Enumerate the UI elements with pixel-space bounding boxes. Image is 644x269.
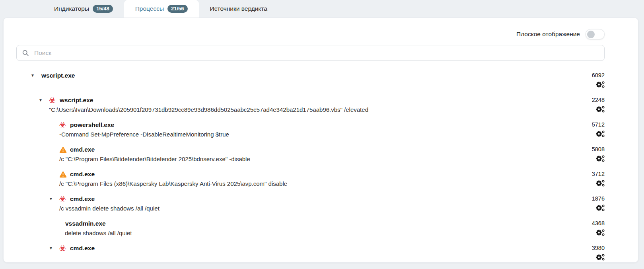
expand-collapse-icon[interactable]: ▼	[39, 98, 49, 102]
process-row-right: 3712	[576, 170, 605, 188]
process-cmdline	[41, 81, 576, 89]
search-input[interactable]	[33, 49, 599, 57]
search-box	[16, 45, 605, 61]
process-pid: 5808	[592, 145, 605, 154]
process-row-right: 6092	[576, 71, 605, 89]
process-cmdline: "C:\Users\Ivan\Downloads\205901f209731db…	[49, 105, 576, 114]
process-row[interactable]: ▼ ☣ powershell.exe -Command Set-MpPrefer…	[16, 121, 605, 138]
process-name: powershell.exe	[70, 121, 114, 129]
process-gears-icon[interactable]	[596, 154, 605, 163]
process-row[interactable]: ▼ vssadmin.exe delete shadows /all /quie…	[16, 219, 605, 237]
process-row-left: ▼ ☣ powershell.exe -Command Set-MpPrefer…	[49, 121, 576, 138]
process-gears-icon[interactable]	[596, 80, 605, 89]
warning-triangle-icon	[59, 171, 70, 178]
process-name: wscript.exe	[60, 97, 93, 104]
tab-processes-label: Процессы	[135, 5, 164, 12]
process-name: cmd.exe	[70, 245, 95, 252]
toggle-knob	[587, 31, 595, 38]
tab-indicators-badge: 15/48	[93, 5, 113, 13]
process-row[interactable]: ▼ ☣ cmd.exe 3980	[16, 244, 605, 262]
tab-indicators-label: Индикаторы	[54, 5, 89, 12]
process-tree: ▼ wscript.exe 6092	[16, 71, 605, 262]
process-row[interactable]: ▼ ☣ cmd.exe /c vssadmin delete shadows /…	[16, 195, 605, 212]
process-row-right: 1876	[576, 195, 605, 212]
process-name-line: ▼ wscript.exe	[31, 71, 576, 80]
process-pid: 2248	[592, 96, 605, 105]
flat-view-row: Плоское отображение	[16, 18, 605, 40]
process-row-left: ▼ ☣ cmd.exe	[49, 244, 576, 262]
process-gears-icon[interactable]	[596, 253, 605, 261]
process-cmdline: /c "C:\Program Files (x86)\Kaspersky Lab…	[59, 179, 576, 188]
process-row[interactable]: ▼ wscript.exe 6092	[16, 71, 605, 89]
process-pid: 3980	[592, 244, 605, 253]
tab-bar: Индикаторы 15/48 Процессы 21/56 Источник…	[0, 0, 644, 18]
process-name: wscript.exe	[41, 72, 75, 79]
process-name-line: ▼ ☣ wscript.exe	[39, 96, 576, 105]
search-icon	[22, 49, 29, 57]
process-cmdline	[59, 253, 576, 262]
process-gears-icon[interactable]	[596, 129, 605, 138]
process-row-left: ▼ wscript.exe	[31, 71, 576, 89]
biohazard-icon: ☣	[59, 245, 70, 252]
process-name: cmd.exe	[70, 195, 95, 203]
process-row-right: 3980	[576, 244, 605, 262]
process-row-left: ▼ cmd.exe /c "C:\Program Files (x86)\Kas…	[49, 170, 576, 188]
process-row-right: 2248	[576, 96, 605, 114]
process-row[interactable]: ▼ cmd.exe /c "C:\Program Files (x86)\Kas…	[16, 170, 605, 188]
biohazard-icon: ☣	[59, 121, 70, 129]
tab-processes[interactable]: Процессы 21/56	[124, 0, 199, 18]
process-name: cmd.exe	[70, 171, 95, 178]
expand-collapse-icon[interactable]: ▼	[49, 246, 59, 250]
tab-processes-badge: 21/56	[167, 5, 188, 13]
process-row-right: 5808	[576, 145, 605, 163]
process-row[interactable]: ▼ ☣ wscript.exe "C:\Users\Ivan\Downloads…	[16, 96, 605, 114]
flat-view-toggle[interactable]	[586, 29, 605, 39]
flat-view-label: Плоское отображение	[516, 31, 580, 38]
process-name-line: ▼ vssadmin.exe	[54, 219, 576, 228]
processes-panel: Плоское отображение ▼ wscript.exe 6092	[3, 18, 638, 263]
process-name-line: ▼ cmd.exe	[49, 170, 576, 179]
process-pid: 5712	[592, 121, 605, 129]
process-row-right: 4368	[576, 219, 605, 237]
process-pid: 1876	[592, 195, 605, 203]
process-cmdline: delete shadows /all /quiet	[65, 229, 576, 237]
process-name: cmd.exe	[70, 146, 95, 153]
process-row-right: 5712	[576, 121, 605, 138]
process-gears-icon[interactable]	[596, 105, 605, 113]
biohazard-icon: ☣	[49, 97, 59, 104]
process-gears-icon[interactable]	[596, 203, 605, 212]
process-row-left: ▼ cmd.exe /c "C:\Program Files\Bitdefend…	[49, 145, 576, 163]
process-pid: 4368	[592, 219, 605, 228]
process-row-left: ▼ ☣ wscript.exe "C:\Users\Ivan\Downloads…	[39, 96, 576, 114]
process-name-line: ▼ ☣ cmd.exe	[49, 195, 576, 203]
process-name-line: ▼ ☣ powershell.exe	[49, 121, 576, 129]
tab-verdict-sources[interactable]: Источники вердикта	[199, 0, 278, 18]
tab-verdict-sources-label: Источники вердикта	[210, 5, 267, 12]
warning-triangle-icon	[59, 146, 70, 153]
process-cmdline: -Command Set-MpPreference -DisableRealti…	[59, 130, 576, 138]
tab-indicators[interactable]: Индикаторы 15/48	[43, 0, 124, 18]
process-row-left: ▼ ☣ cmd.exe /c vssadmin delete shadows /…	[49, 195, 576, 212]
process-pid: 3712	[592, 170, 605, 179]
process-name-line: ▼ cmd.exe	[49, 145, 576, 154]
process-cmdline: /c "C:\Program Files\Bitdefender\Bitdefe…	[59, 155, 576, 163]
expand-collapse-icon[interactable]: ▼	[49, 197, 59, 201]
process-cmdline: /c vssadmin delete shadows /all /quiet	[59, 204, 576, 212]
process-pid: 6092	[592, 71, 605, 80]
process-gears-icon[interactable]	[596, 179, 605, 187]
biohazard-icon: ☣	[59, 195, 70, 203]
process-name-line: ▼ ☣ cmd.exe	[49, 244, 576, 253]
process-name: vssadmin.exe	[65, 220, 106, 227]
expand-collapse-icon[interactable]: ▼	[31, 74, 41, 78]
process-row-left: ▼ vssadmin.exe delete shadows /all /quie…	[54, 219, 576, 237]
process-row[interactable]: ▼ cmd.exe /c "C:\Program Files\Bitdefend…	[16, 145, 605, 163]
process-gears-icon[interactable]	[596, 228, 605, 237]
